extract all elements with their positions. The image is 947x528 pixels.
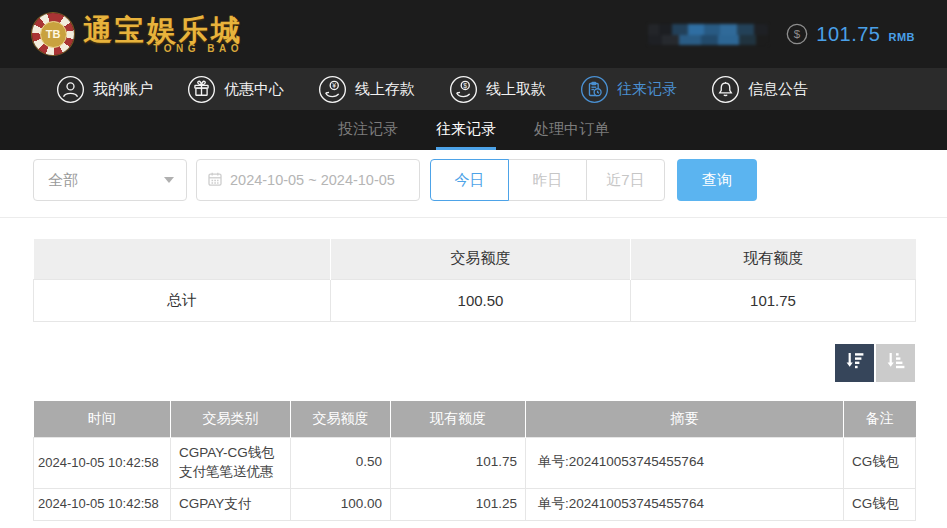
filter-row: 全部 2024-10-05 ~ 2024-10-05 今日 昨日 近7日 查询 [33, 159, 947, 201]
query-button[interactable]: 查询 [677, 159, 757, 201]
calendar-icon [207, 171, 223, 190]
summary-total-label: 总计 [34, 279, 331, 321]
col-amount: 交易额度 [291, 401, 391, 438]
col-balance: 现有额度 [391, 401, 526, 438]
cell-time: 2024-10-05 10:42:58 [34, 488, 171, 520]
svg-text:¥: ¥ [332, 81, 336, 88]
last7days-button[interactable]: 近7日 [586, 159, 665, 201]
records-table: 时间 交易类别 交易额度 现有额度 摘要 备注 2024-10-05 10:42… [33, 401, 916, 521]
sort-desc-icon [844, 350, 866, 375]
username-redacted [648, 24, 768, 45]
site-subname: TONG BAO [83, 43, 243, 54]
bell-icon [711, 75, 740, 104]
col-time: 时间 [34, 401, 171, 438]
cell-balance: 101.25 [391, 488, 526, 520]
nav-item-deposit[interactable]: ¥ 线上存款 [318, 75, 415, 104]
tab-bet-records[interactable]: 投注记录 [338, 110, 398, 150]
table-row: 2024-10-05 10:42:58 CGPAY支付 100.00 101.2… [34, 488, 916, 520]
today-button[interactable]: 今日 [430, 159, 509, 201]
summary-current-amount: 101.75 [631, 279, 916, 321]
chip-label: TB [40, 21, 67, 48]
tab-transaction-records[interactable]: 往来记录 [436, 110, 496, 150]
cell-amount: 100.00 [291, 488, 391, 520]
col-summary: 摘要 [526, 401, 844, 438]
tab-pending-orders[interactable]: 处理中订单 [534, 110, 609, 150]
balance-currency: RMB [888, 31, 915, 43]
topbar: TB 通宝娱乐城 TONG BAO $ 101.75 RMB [0, 0, 947, 68]
content: 全部 2024-10-05 ~ 2024-10-05 今日 昨日 近7日 查询 [0, 159, 947, 521]
deposit-icon: ¥ [318, 75, 347, 104]
cell-summary: 单号:202410053745455764 [526, 438, 844, 489]
svg-text:$: $ [463, 81, 467, 88]
svg-text:$: $ [794, 28, 801, 40]
type-select[interactable]: 全部 [33, 159, 187, 201]
date-range-input[interactable]: 2024-10-05 ~ 2024-10-05 [196, 159, 420, 201]
casino-chip-icon: TB [32, 13, 74, 55]
nav-item-my-account[interactable]: 我的账户 [56, 75, 153, 104]
nav-item-withdraw[interactable]: $ 线上取款 [449, 75, 546, 104]
gift-icon [187, 75, 216, 104]
yesterday-button[interactable]: 昨日 [508, 159, 587, 201]
summary-header-current: 现有额度 [631, 239, 916, 279]
records-icon [580, 75, 609, 104]
nav-item-transactions[interactable]: 往来记录 [580, 75, 677, 104]
sort-ascending-button[interactable] [876, 344, 915, 382]
summary-header-empty [34, 239, 331, 279]
main-nav: 我的账户 优惠中心 ¥ 线上存款 $ [0, 68, 947, 110]
summary-header-trade: 交易额度 [331, 239, 631, 279]
records-header-row: 时间 交易类别 交易额度 现有额度 摘要 备注 [34, 401, 916, 438]
dollar-circle-icon: $ [786, 23, 808, 45]
withdraw-icon: $ [449, 75, 478, 104]
cell-amount: 0.50 [291, 438, 391, 489]
nav-item-promotions[interactable]: 优惠中心 [187, 75, 284, 104]
cell-summary: 单号:202410053745455764 [526, 488, 844, 520]
table-row: 2024-10-05 10:42:58 CGPAY-CG钱包支付笔笔送优惠 0.… [34, 438, 916, 489]
sort-asc-icon [885, 350, 907, 375]
cell-time: 2024-10-05 10:42:58 [34, 438, 171, 489]
col-category: 交易类别 [171, 401, 291, 438]
cell-note: CG钱包 [844, 488, 916, 520]
sub-nav: 投注记录 往来记录 处理中订单 [0, 110, 947, 150]
balance-display: $ 101.75 RMB [786, 23, 915, 46]
col-note: 备注 [844, 401, 916, 438]
cell-balance: 101.75 [391, 438, 526, 489]
quick-date-group: 今日 昨日 近7日 [430, 159, 665, 201]
divider [0, 217, 947, 218]
site-name: 通宝娱乐城 [83, 15, 243, 45]
summary-table: 交易额度 现有额度 总计 100.50 101.75 [33, 239, 916, 322]
cell-category: CGPAY支付 [171, 488, 291, 520]
site-logo[interactable]: TB 通宝娱乐城 TONG BAO [32, 13, 243, 55]
summary-total-row: 总计 100.50 101.75 [34, 279, 916, 321]
cell-category: CGPAY-CG钱包支付笔笔送优惠 [171, 438, 291, 489]
chevron-down-icon [164, 177, 174, 183]
cell-note: CG钱包 [844, 438, 916, 489]
summary-trade-amount: 100.50 [331, 279, 631, 321]
sort-descending-button[interactable] [835, 344, 874, 382]
nav-item-announcements[interactable]: 信息公告 [711, 75, 808, 104]
summary-header-row: 交易额度 现有额度 [34, 239, 916, 279]
user-icon [56, 75, 85, 104]
sort-buttons [0, 344, 915, 382]
balance-amount: 101.75 [816, 23, 880, 46]
